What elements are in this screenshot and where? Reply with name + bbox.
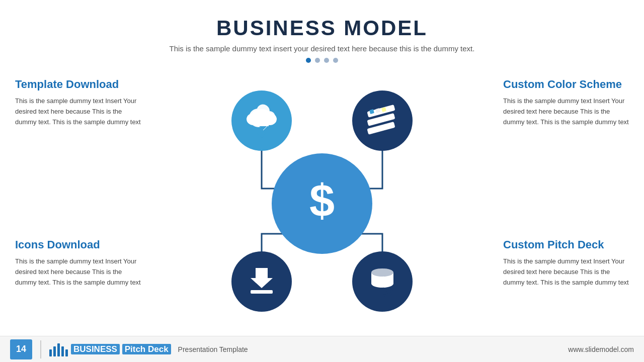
card-pitch-deck: Custom Pitch Deck This is the sample dum… bbox=[503, 238, 629, 288]
footer-divider bbox=[40, 340, 41, 358]
bar-1 bbox=[49, 349, 52, 356]
svg-point-26 bbox=[371, 280, 393, 288]
slide: BUSINESS MODEL This is the sample dummy … bbox=[0, 0, 644, 362]
svg-point-27 bbox=[371, 268, 393, 277]
svg-rect-7 bbox=[255, 119, 269, 126]
dot-1 bbox=[306, 58, 311, 63]
footer: 14 BUSINESS Pitch Deck Presentation Temp… bbox=[0, 336, 644, 362]
left-column: Template Download This is the sample dum… bbox=[0, 78, 141, 288]
brand-highlight: Pitch Deck bbox=[122, 344, 171, 354]
card-template-title: Template Download bbox=[15, 78, 141, 91]
footer-url: www.slidemodel.com bbox=[568, 345, 634, 353]
logo-bars-icon bbox=[49, 342, 68, 356]
card-pitch-title: Custom Pitch Deck bbox=[503, 238, 629, 251]
svg-text:$: $ bbox=[309, 175, 335, 226]
svg-rect-22 bbox=[251, 290, 273, 294]
card-icons-download: Icons Download This is the sample dummy … bbox=[15, 238, 141, 288]
card-icons-text: This is the sample dummy text Insert You… bbox=[15, 256, 141, 288]
brand-plain: BUSINESS bbox=[71, 344, 120, 354]
bar-4 bbox=[61, 346, 64, 356]
card-template-download: Template Download This is the sample dum… bbox=[15, 78, 141, 128]
bar-3 bbox=[57, 343, 60, 356]
footer-template-label: Presentation Template bbox=[178, 345, 248, 353]
card-color-text: This is the sample dummy text Insert You… bbox=[503, 96, 629, 127]
footer-logo: BUSINESS Pitch Deck Presentation Templat… bbox=[49, 342, 248, 356]
right-column: Custom Color Scheme This is the sample d… bbox=[503, 78, 644, 288]
subtitle: This is the sample dummy text insert you… bbox=[0, 44, 644, 53]
card-template-text: This is the sample dummy text Insert You… bbox=[15, 96, 141, 127]
card-color-title: Custom Color Scheme bbox=[503, 78, 629, 91]
card-pitch-text: This is the sample dummy text Insert You… bbox=[503, 256, 629, 288]
page-number: 14 bbox=[10, 339, 32, 359]
bar-2 bbox=[53, 346, 56, 356]
dot-4 bbox=[333, 58, 338, 63]
pagination-dots bbox=[0, 58, 644, 63]
dot-2 bbox=[315, 58, 320, 63]
page-title: BUSINESS MODEL bbox=[0, 16, 644, 40]
bar-5 bbox=[65, 349, 68, 356]
content-area: Template Download This is the sample dum… bbox=[0, 68, 644, 329]
footer-brand: BUSINESS Pitch Deck bbox=[71, 344, 171, 354]
card-color-scheme: Custom Color Scheme This is the sample d… bbox=[503, 78, 629, 128]
header: BUSINESS MODEL This is the sample dummy … bbox=[0, 0, 644, 63]
center-diagram: $ bbox=[196, 83, 448, 314]
dot-3 bbox=[324, 58, 329, 63]
svg-rect-9 bbox=[260, 126, 263, 132]
card-icons-title: Icons Download bbox=[15, 238, 141, 251]
